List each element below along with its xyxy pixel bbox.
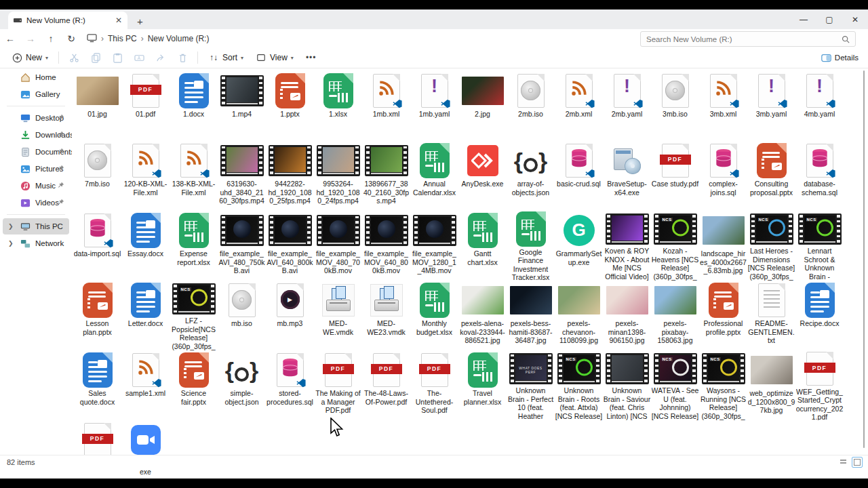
file-item[interactable]: pexels-pixabay-158063.jpg xyxy=(651,281,699,350)
file-item[interactable]: NCSUnknown Brain - Roots (feat. Attxla) … xyxy=(555,350,603,420)
file-item[interactable]: NCSWATEVA - See U (feat. Johnning) [NCS … xyxy=(651,350,699,420)
details-pane-button[interactable]: Details xyxy=(821,54,859,62)
file-item[interactable]: 120-KB-XML-File.xml xyxy=(121,141,170,211)
file-item[interactable]: stored-procedures.sql xyxy=(266,350,314,420)
file-item[interactable]: PDFCase study.pdf xyxy=(651,141,699,211)
file-item[interactable]: !1mb.yaml xyxy=(410,71,458,141)
view-button[interactable]: View ▾ xyxy=(250,49,300,66)
new-tab-button[interactable]: + xyxy=(137,16,143,29)
share-icon[interactable] xyxy=(155,52,166,63)
file-item[interactable]: pexels-chevanon-1108099.jpg xyxy=(555,281,603,350)
file-item[interactable]: Consulting proposal.pptx xyxy=(747,141,795,211)
file-item[interactable]: MED-WE23.vmdk xyxy=(362,281,410,350)
file-item[interactable]: README-GENTLEMEN.txt xyxy=(747,281,795,350)
sidebar-item-network[interactable]: ❯Network xyxy=(3,235,69,251)
sort-button[interactable]: ↑↓ Sort ▾ xyxy=(202,49,250,66)
file-item[interactable]: Monthly budget.xlsx xyxy=(410,281,458,350)
file-item[interactable]: file_example_AVI_480_750kB.avi xyxy=(218,211,266,281)
file-item[interactable]: Lesson plan.pptx xyxy=(73,281,121,350)
sidebar-item-home[interactable]: Home xyxy=(3,69,69,85)
file-item[interactable]: Letter.docx xyxy=(121,281,170,350)
chevron-right-icon[interactable]: ❯ xyxy=(8,240,14,247)
file-item[interactable]: {}array-of-objects.json xyxy=(507,141,555,211)
file-item[interactable]: Expense report.xlsx xyxy=(170,211,218,281)
file-item[interactable]: PDF01.pdf xyxy=(121,71,170,141)
file-item[interactable]: web_optimized_1200x800_97kb.jpg xyxy=(747,350,795,420)
file-item[interactable]: 13896677_3840_2160_30fps.mp4 xyxy=(362,141,410,211)
file-item[interactable]: AnyDesk.exe xyxy=(458,141,507,211)
new-button[interactable]: New ▾ xyxy=(5,49,54,66)
file-item[interactable]: PDFThe-48-Laws-Of-Power.pdf xyxy=(362,350,410,420)
maximize-button[interactable]: ▢ xyxy=(816,15,842,24)
file-item[interactable]: file_example_MOV_480_700kB.mov xyxy=(314,211,362,281)
file-item[interactable]: 2mb.xml xyxy=(555,71,603,141)
more-options-button[interactable]: ••• xyxy=(300,49,323,66)
back-button[interactable]: ← xyxy=(0,33,20,44)
file-item[interactable]: BraveSetup-x64.exe xyxy=(603,141,651,211)
file-item[interactable]: 1.mp4 xyxy=(218,71,266,141)
breadcrumb-current[interactable]: New Volume (R:) xyxy=(148,34,210,43)
copy-icon[interactable] xyxy=(90,52,101,63)
file-item[interactable]: sample1.xml xyxy=(121,350,170,420)
chevron-right-icon[interactable]: ❯ xyxy=(8,223,14,230)
file-item[interactable]: PDFThe-Untethered-Soul.pdf xyxy=(410,350,458,420)
file-item[interactable]: NCSKozah - Heavens [NCS Release] (360p_3… xyxy=(651,211,699,281)
file-item[interactable]: 9953264-hd_1920_1080_24fps.mp4 xyxy=(314,141,362,211)
file-item[interactable]: !3mb.yaml xyxy=(747,71,795,141)
breadcrumb-this-pc[interactable]: This PC xyxy=(108,34,137,43)
file-item[interactable]: PDFWEF_Getting_Started_Cryptocurrency_20… xyxy=(795,350,844,420)
file-item[interactable]: Travel planner.xlsx xyxy=(458,350,507,420)
rename-icon[interactable]: A xyxy=(134,52,144,63)
file-item[interactable]: Annual Calendar.xlsx xyxy=(410,141,458,211)
file-item[interactable]: 3mb.xml xyxy=(699,71,747,141)
file-item[interactable]: data-import.sql xyxy=(73,211,121,281)
file-item[interactable]: 3mb.iso xyxy=(651,71,699,141)
file-item[interactable]: mb.iso xyxy=(218,281,266,350)
search-input[interactable]: Search New Volume (R:) xyxy=(640,31,856,47)
file-item[interactable]: NCSLast Heroes - Dimensions [NCS Release… xyxy=(747,211,795,281)
sidebar-item-pictures[interactable]: Pictures xyxy=(3,161,69,177)
file-item[interactable]: ▶mb.mp3 xyxy=(266,281,314,350)
file-item[interactable]: Google Finance Investment Tracker.xlsx xyxy=(507,211,555,281)
forward-button[interactable]: → xyxy=(20,33,41,44)
file-item[interactable]: PDFYearbook.pdf xyxy=(73,420,121,488)
file-item[interactable]: MED-WE.vmdk xyxy=(314,281,362,350)
file-item[interactable]: Science fair.pptx xyxy=(170,350,218,420)
file-item[interactable]: database-schema.sql xyxy=(795,141,844,211)
close-button[interactable]: ✕ xyxy=(842,15,868,24)
refresh-button[interactable]: ↻ xyxy=(61,33,81,44)
file-item[interactable]: landscape_hires_4000x2667_6.83mb.jpg xyxy=(699,211,747,281)
file-item[interactable]: NCSWaysons - Running [NCS Release] (360p… xyxy=(699,350,747,420)
file-item[interactable]: PDFThe Making of a Manager PDF.pdf xyxy=(314,350,362,420)
file-item[interactable]: Professional profile.pptx xyxy=(699,281,747,350)
file-item[interactable]: Koven & ROY KNOX - About Me [NCS Officia… xyxy=(603,211,651,281)
file-item[interactable]: NCSLFZ - Popsicle[NCS Release] (360p_30f… xyxy=(170,281,218,350)
file-item[interactable]: !2mb.yaml xyxy=(603,71,651,141)
file-item[interactable]: Sales quote.docx xyxy=(73,350,121,420)
sidebar-item-gallery[interactable]: Gallery xyxy=(3,86,69,102)
file-item[interactable]: Essay.docx xyxy=(121,211,170,281)
sidebar-item-documents[interactable]: Documents xyxy=(3,144,69,160)
sidebar-item-desktop[interactable]: Desktop xyxy=(3,110,69,126)
minimize-button[interactable]: — xyxy=(791,15,816,24)
file-item[interactable]: {}simple-object.json xyxy=(218,350,266,420)
paste-icon[interactable] xyxy=(112,52,123,63)
file-item[interactable]: 2mb.iso xyxy=(507,71,555,141)
details-view-toggle[interactable] xyxy=(837,457,848,468)
file-item[interactable]: WHAT DOES PERFUnknown Brain - Perfect 10… xyxy=(507,350,555,420)
file-item[interactable]: Gantt chart.xlsx xyxy=(458,211,507,281)
file-item[interactable]: file_example_MOV_1280_1_4MB.mov xyxy=(410,211,458,281)
file-item[interactable]: !4mb.yaml xyxy=(795,71,844,141)
file-item[interactable]: ZoomInstaller.exe xyxy=(121,420,170,488)
file-item[interactable]: 138-KB-XML-File.xml xyxy=(170,141,218,211)
file-item[interactable]: Recipe.docx xyxy=(795,281,844,350)
file-item[interactable]: basic-crud.sql xyxy=(555,141,603,211)
close-tab-icon[interactable]: ✕ xyxy=(115,16,122,25)
file-item[interactable]: 1.docx xyxy=(170,71,218,141)
file-item[interactable]: 1mb.xml xyxy=(362,71,410,141)
cut-icon[interactable] xyxy=(68,52,79,63)
sidebar-item-this-pc[interactable]: ❯This PC xyxy=(3,218,69,235)
up-button[interactable]: ↑ xyxy=(41,33,61,44)
file-item[interactable]: 1.xlsx xyxy=(314,71,362,141)
sidebar-item-music[interactable]: Music xyxy=(3,178,69,194)
